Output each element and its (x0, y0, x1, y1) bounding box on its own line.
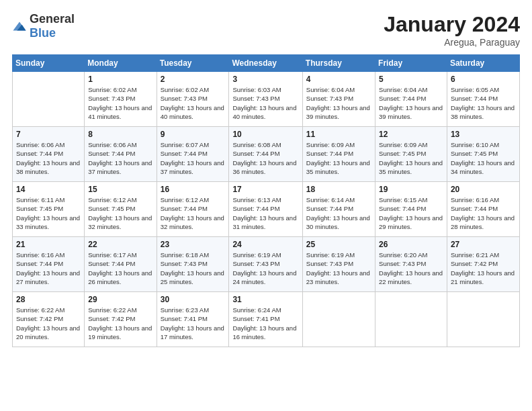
day-number: 13 (451, 130, 516, 139)
day-info: Sunrise: 6:23 AMSunset: 7:41 PMDaylight:… (161, 306, 226, 341)
day-info: Sunrise: 6:06 AMSunset: 7:44 PMDaylight:… (16, 140, 81, 176)
day-info: Sunrise: 6:16 AMSunset: 7:44 PMDaylight:… (16, 250, 81, 286)
day-number: 22 (88, 240, 152, 249)
logo-icon (12, 19, 27, 34)
day-info: Sunrise: 6:02 AMSunset: 7:43 PMDaylight:… (88, 85, 152, 121)
day-info: Sunrise: 6:16 AMSunset: 7:44 PMDaylight:… (451, 195, 516, 231)
col-tuesday: Tuesday (157, 55, 229, 72)
col-saturday: Saturday (447, 55, 519, 72)
day-info: Sunrise: 6:09 AMSunset: 7:44 PMDaylight:… (306, 140, 371, 176)
calendar-header: Sunday Monday Tuesday Wednesday Thursday… (13, 55, 520, 72)
week-row-2: 7Sunrise: 6:06 AMSunset: 7:44 PMDaylight… (13, 127, 520, 182)
day-info: Sunrise: 6:03 AMSunset: 7:43 PMDaylight:… (232, 85, 298, 121)
cell-w5-d6 (375, 292, 447, 347)
day-info: Sunrise: 6:24 AMSunset: 7:41 PMDaylight:… (232, 306, 298, 341)
cell-w4-d5: 25Sunrise: 6:19 AMSunset: 7:43 PMDayligh… (302, 237, 375, 292)
day-number: 14 (16, 185, 81, 194)
cell-w3-d5: 18Sunrise: 6:14 AMSunset: 7:44 PMDayligh… (302, 182, 375, 237)
day-info: Sunrise: 6:10 AMSunset: 7:45 PMDaylight:… (451, 140, 516, 176)
header: General Blue January 2024 Aregua, Paragu… (12, 12, 520, 48)
col-wednesday: Wednesday (229, 55, 302, 72)
cell-w4-d4: 24Sunrise: 6:19 AMSunset: 7:43 PMDayligh… (229, 237, 302, 292)
day-number: 31 (232, 295, 298, 304)
day-info: Sunrise: 6:09 AMSunset: 7:45 PMDaylight:… (379, 140, 443, 176)
calendar-body: 1Sunrise: 6:02 AMSunset: 7:43 PMDaylight… (13, 72, 520, 347)
cell-w3-d3: 16Sunrise: 6:12 AMSunset: 7:44 PMDayligh… (157, 182, 229, 237)
cell-w3-d4: 17Sunrise: 6:13 AMSunset: 7:44 PMDayligh… (229, 182, 302, 237)
col-thursday: Thursday (302, 55, 375, 72)
logo-general: General (30, 12, 75, 26)
week-row-4: 21Sunrise: 6:16 AMSunset: 7:44 PMDayligh… (13, 237, 520, 292)
day-number: 26 (379, 240, 443, 249)
day-number: 12 (379, 130, 443, 139)
day-number: 24 (232, 240, 298, 249)
cell-w4-d3: 23Sunrise: 6:18 AMSunset: 7:43 PMDayligh… (157, 237, 229, 292)
day-number: 29 (88, 295, 152, 304)
day-number: 11 (306, 130, 371, 139)
day-info: Sunrise: 6:21 AMSunset: 7:42 PMDaylight:… (451, 250, 516, 286)
week-row-1: 1Sunrise: 6:02 AMSunset: 7:43 PMDaylight… (13, 72, 520, 127)
col-monday: Monday (85, 55, 157, 72)
cell-w2-d3: 9Sunrise: 6:07 AMSunset: 7:44 PMDaylight… (157, 127, 229, 182)
day-info: Sunrise: 6:17 AMSunset: 7:44 PMDaylight:… (88, 250, 152, 286)
day-info: Sunrise: 6:04 AMSunset: 7:44 PMDaylight:… (379, 85, 443, 121)
day-number: 30 (161, 295, 226, 304)
cell-w4-d1: 21Sunrise: 6:16 AMSunset: 7:44 PMDayligh… (13, 237, 85, 292)
day-info: Sunrise: 6:13 AMSunset: 7:44 PMDaylight:… (232, 195, 298, 231)
cell-w1-d2: 1Sunrise: 6:02 AMSunset: 7:43 PMDaylight… (85, 72, 157, 127)
day-number: 25 (306, 240, 371, 249)
day-number: 28 (16, 295, 81, 304)
cell-w4-d2: 22Sunrise: 6:17 AMSunset: 7:44 PMDayligh… (85, 237, 157, 292)
cell-w5-d4: 31Sunrise: 6:24 AMSunset: 7:41 PMDayligh… (229, 292, 302, 347)
cell-w1-d7: 6Sunrise: 6:05 AMSunset: 7:44 PMDaylight… (447, 72, 519, 127)
cell-w5-d3: 30Sunrise: 6:23 AMSunset: 7:41 PMDayligh… (157, 292, 229, 347)
day-number: 20 (451, 185, 516, 194)
calendar-table: Sunday Monday Tuesday Wednesday Thursday… (12, 54, 520, 347)
day-number: 9 (161, 130, 226, 139)
month-title: January 2024 (384, 12, 520, 37)
cell-w1-d3: 2Sunrise: 6:02 AMSunset: 7:43 PMDaylight… (157, 72, 229, 127)
title-block: January 2024 Aregua, Paraguay (384, 12, 520, 48)
day-info: Sunrise: 6:07 AMSunset: 7:44 PMDaylight:… (161, 140, 226, 176)
day-info: Sunrise: 6:04 AMSunset: 7:43 PMDaylight:… (306, 85, 371, 121)
location-subtitle: Aregua, Paraguay (384, 37, 520, 48)
logo-blue: Blue (30, 26, 56, 40)
day-info: Sunrise: 6:12 AMSunset: 7:45 PMDaylight:… (88, 195, 152, 231)
cell-w5-d5 (302, 292, 375, 347)
day-number: 17 (232, 185, 298, 194)
week-row-5: 28Sunrise: 6:22 AMSunset: 7:42 PMDayligh… (13, 292, 520, 347)
cell-w1-d4: 3Sunrise: 6:03 AMSunset: 7:43 PMDaylight… (229, 72, 302, 127)
day-number: 2 (161, 75, 226, 84)
cell-w3-d6: 19Sunrise: 6:15 AMSunset: 7:44 PMDayligh… (375, 182, 447, 237)
day-number: 16 (161, 185, 226, 194)
day-info: Sunrise: 6:05 AMSunset: 7:44 PMDaylight:… (451, 85, 516, 121)
day-info: Sunrise: 6:12 AMSunset: 7:44 PMDaylight:… (161, 195, 226, 231)
col-sunday: Sunday (13, 55, 85, 72)
day-number: 4 (306, 75, 371, 84)
cell-w3-d7: 20Sunrise: 6:16 AMSunset: 7:44 PMDayligh… (447, 182, 519, 237)
day-number: 19 (379, 185, 443, 194)
cell-w1-d1 (13, 72, 85, 127)
day-info: Sunrise: 6:22 AMSunset: 7:42 PMDaylight:… (88, 306, 152, 341)
logo-text: General Blue (30, 12, 75, 40)
day-info: Sunrise: 6:19 AMSunset: 7:43 PMDaylight:… (232, 250, 298, 286)
day-info: Sunrise: 6:06 AMSunset: 7:44 PMDaylight:… (88, 140, 152, 176)
cell-w5-d7 (447, 292, 519, 347)
week-row-3: 14Sunrise: 6:11 AMSunset: 7:45 PMDayligh… (13, 182, 520, 237)
page: General Blue January 2024 Aregua, Paragu… (0, 0, 532, 411)
day-info: Sunrise: 6:15 AMSunset: 7:44 PMDaylight:… (379, 195, 443, 231)
day-number: 18 (306, 185, 371, 194)
header-row: Sunday Monday Tuesday Wednesday Thursday… (13, 55, 520, 72)
day-info: Sunrise: 6:18 AMSunset: 7:43 PMDaylight:… (161, 250, 226, 286)
day-number: 7 (16, 130, 81, 139)
cell-w2-d2: 8Sunrise: 6:06 AMSunset: 7:44 PMDaylight… (85, 127, 157, 182)
cell-w2-d1: 7Sunrise: 6:06 AMSunset: 7:44 PMDaylight… (13, 127, 85, 182)
cell-w4-d6: 26Sunrise: 6:20 AMSunset: 7:43 PMDayligh… (375, 237, 447, 292)
cell-w2-d6: 12Sunrise: 6:09 AMSunset: 7:45 PMDayligh… (375, 127, 447, 182)
cell-w2-d7: 13Sunrise: 6:10 AMSunset: 7:45 PMDayligh… (447, 127, 519, 182)
cell-w2-d5: 11Sunrise: 6:09 AMSunset: 7:44 PMDayligh… (302, 127, 375, 182)
day-number: 23 (161, 240, 226, 249)
day-number: 5 (379, 75, 443, 84)
cell-w3-d1: 14Sunrise: 6:11 AMSunset: 7:45 PMDayligh… (13, 182, 85, 237)
day-info: Sunrise: 6:19 AMSunset: 7:43 PMDaylight:… (306, 250, 371, 286)
